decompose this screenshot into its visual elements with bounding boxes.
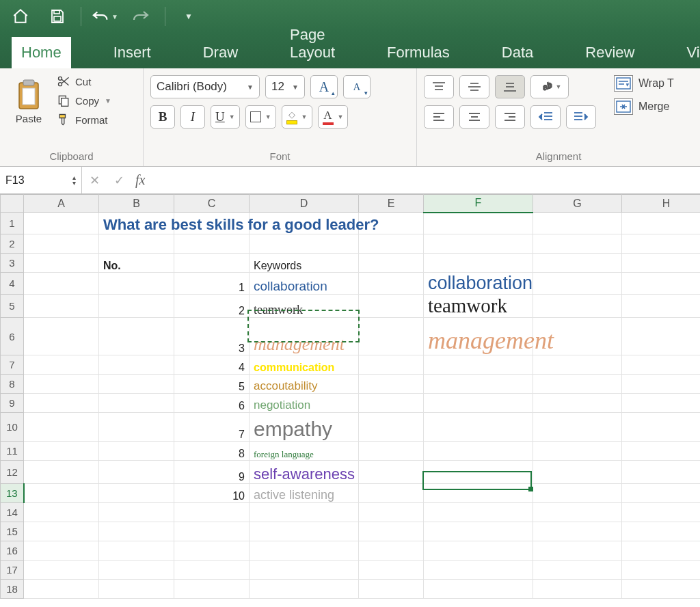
cell-F16[interactable]: [424, 541, 533, 561]
row-header-14[interactable]: 14: [1, 503, 24, 522]
paste-button[interactable]: Paste: [7, 72, 51, 127]
cell-A13[interactable]: [24, 484, 99, 503]
cell-D3[interactable]: Keywords: [250, 254, 359, 273]
column-header-D[interactable]: D: [250, 195, 359, 213]
increase-font-button[interactable]: A▴: [310, 75, 338, 98]
cell-A4[interactable]: [24, 273, 99, 295]
column-header-E[interactable]: E: [359, 195, 424, 213]
cell-F14[interactable]: [424, 503, 533, 522]
cell-D10[interactable]: empathy: [250, 413, 359, 442]
cell-H6[interactable]: [622, 318, 701, 355]
copy-dropdown-icon[interactable]: ▼: [105, 97, 111, 105]
cell-B7[interactable]: [99, 355, 174, 375]
cell-D7[interactable]: communication: [250, 355, 359, 375]
cell-A18[interactable]: [24, 580, 99, 599]
tab-draw[interactable]: Draw: [193, 37, 247, 68]
cell-E4[interactable]: [359, 273, 424, 295]
align-top-button[interactable]: [424, 75, 454, 98]
cell-A6[interactable]: [24, 318, 99, 355]
cell-E14[interactable]: [359, 503, 424, 522]
cell-B13[interactable]: [99, 484, 174, 503]
tab-formulas[interactable]: Formulas: [377, 37, 459, 68]
cell-G8[interactable]: [533, 375, 622, 394]
orientation-button[interactable]: ab▼: [530, 75, 569, 98]
cell-D4[interactable]: collaboration: [250, 273, 359, 295]
cell-E11[interactable]: [359, 442, 424, 461]
cell-C4[interactable]: 1: [174, 273, 250, 295]
cell-F11[interactable]: [424, 442, 533, 461]
tab-review[interactable]: Review: [576, 37, 644, 68]
font-name-combo[interactable]: Calibri (Body)▼: [150, 75, 260, 98]
cell-C11[interactable]: 8: [174, 442, 250, 461]
increase-indent-button[interactable]: [566, 105, 596, 129]
cell-H3[interactable]: [622, 254, 701, 273]
cell-G13[interactable]: [533, 484, 622, 503]
cell-G15[interactable]: [533, 522, 622, 541]
cell-B1[interactable]: What are best skills for a good leader?: [99, 213, 174, 234]
align-right-button[interactable]: [495, 105, 525, 129]
row-header-7[interactable]: 7: [1, 355, 24, 375]
cell-B3[interactable]: No.: [99, 254, 174, 273]
cell-B16[interactable]: [99, 541, 174, 561]
cell-G14[interactable]: [533, 503, 622, 522]
cell-B12[interactable]: [99, 461, 174, 484]
font-size-combo[interactable]: 12▼: [265, 75, 305, 98]
italic-button[interactable]: I: [180, 105, 205, 129]
cell-H15[interactable]: [622, 522, 701, 541]
cell-C18[interactable]: [174, 580, 250, 599]
cell-A15[interactable]: [24, 522, 99, 541]
cell-B17[interactable]: [99, 561, 174, 580]
row-header-11[interactable]: 11: [1, 442, 24, 461]
customize-qat-icon[interactable]: ▼: [175, 3, 202, 30]
cell-F15[interactable]: [424, 522, 533, 541]
cell-E7[interactable]: [359, 355, 424, 375]
cell-A2[interactable]: [24, 234, 99, 254]
cell-E8[interactable]: [359, 375, 424, 394]
cell-H18[interactable]: [622, 580, 701, 599]
row-header-18[interactable]: 18: [1, 580, 24, 599]
row-header-17[interactable]: 17: [1, 561, 24, 580]
tab-view[interactable]: View: [677, 37, 700, 68]
column-header-C[interactable]: C: [174, 195, 250, 213]
cell-B11[interactable]: [99, 442, 174, 461]
cell-F12[interactable]: [424, 461, 533, 484]
cell-D12[interactable]: self-awareness: [250, 461, 359, 484]
cell-A8[interactable]: [24, 375, 99, 394]
cut-button[interactable]: Cut: [56, 74, 111, 89]
tab-page-layout[interactable]: Page Layout: [280, 19, 345, 68]
cell-F10[interactable]: [424, 413, 533, 442]
column-header-G[interactable]: G: [533, 195, 622, 213]
cell-C10[interactable]: 7: [174, 413, 250, 442]
row-header-9[interactable]: 9: [1, 394, 24, 413]
merge-button[interactable]: Merge: [614, 98, 674, 115]
cell-D18[interactable]: [250, 580, 359, 599]
cell-F17[interactable]: [424, 561, 533, 580]
cell-A11[interactable]: [24, 442, 99, 461]
row-header-15[interactable]: 15: [1, 522, 24, 541]
cell-A9[interactable]: [24, 394, 99, 413]
cell-C2[interactable]: [174, 234, 250, 254]
cell-F2[interactable]: [424, 234, 533, 254]
cell-D17[interactable]: [250, 561, 359, 580]
undo-icon[interactable]: ▼: [91, 3, 118, 30]
column-header-B[interactable]: B: [99, 195, 174, 213]
decrease-indent-button[interactable]: [530, 105, 561, 129]
cell-H5[interactable]: [622, 295, 701, 318]
row-header-16[interactable]: 16: [1, 541, 24, 561]
cell-H4[interactable]: [622, 273, 701, 295]
cell-F1[interactable]: [424, 213, 533, 234]
cell-G10[interactable]: [533, 413, 622, 442]
cell-C6[interactable]: 3: [174, 318, 250, 355]
select-all-corner[interactable]: [1, 195, 24, 213]
tab-insert[interactable]: Insert: [104, 37, 161, 68]
cell-C7[interactable]: 4: [174, 355, 250, 375]
cell-G2[interactable]: [533, 234, 622, 254]
row-header-1[interactable]: 1: [1, 213, 24, 234]
align-bottom-button[interactable]: [495, 75, 525, 98]
cell-D2[interactable]: [250, 234, 359, 254]
cell-G7[interactable]: [533, 355, 622, 375]
cell-C17[interactable]: [174, 561, 250, 580]
cell-F6[interactable]: management: [424, 318, 533, 355]
cell-G12[interactable]: [533, 461, 622, 484]
cell-E18[interactable]: [359, 580, 424, 599]
